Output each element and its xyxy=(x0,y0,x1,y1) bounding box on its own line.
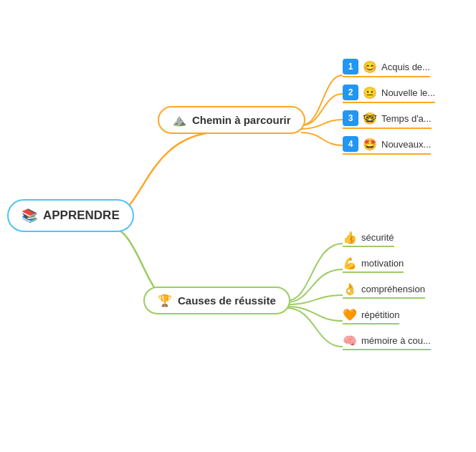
leaf-icon-3: 🤓 xyxy=(363,112,377,125)
leaf-repetition-text: répétition xyxy=(361,309,399,320)
central-label: APPRENDRE xyxy=(43,208,120,223)
leaf-text-2: Nouvelle le... xyxy=(381,87,435,98)
leaf-badge-3: 3 xyxy=(343,110,358,126)
mind-map: 📚 APPRENDRE ⛰️ Chemin à parcourir 🏆 Caus… xyxy=(0,0,476,452)
branch-chemin: ⛰️ Chemin à parcourir xyxy=(158,106,305,134)
leaf-securite-icon: 👍 xyxy=(343,231,357,244)
leaf-badge-1: 1 xyxy=(343,59,358,74)
leaf-orange-4: 4 🤩 Nouveaux... xyxy=(343,136,431,155)
leaf-comprehension: 👌 compréhension xyxy=(343,282,425,299)
leaf-repetition-icon: 🧡 xyxy=(343,308,357,322)
leaf-securite-text: sécurité xyxy=(361,232,394,243)
leaf-motivation-text: motivation xyxy=(361,258,404,269)
leaf-badge-4: 4 xyxy=(343,136,358,152)
leaf-memoire-text: mémoire à cou... xyxy=(361,335,431,346)
central-icon: 📚 xyxy=(22,208,37,223)
leaf-orange-2: 2 😐 Nouvelle le... xyxy=(343,85,435,103)
leaf-text-1: Acquis de... xyxy=(381,62,430,72)
leaf-icon-1: 😊 xyxy=(363,60,377,74)
leaf-icon-2: 😐 xyxy=(363,86,377,100)
leaf-icon-4: 🤩 xyxy=(363,138,377,151)
leaf-badge-2: 2 xyxy=(343,85,358,100)
branch-chemin-icon: ⛰️ xyxy=(172,113,186,127)
branch-causes-label: Causes de réussite xyxy=(178,294,276,307)
leaf-comprehension-text: compréhension xyxy=(361,284,425,294)
leaf-text-4: Nouveaux... xyxy=(381,139,431,150)
leaf-motivation: 💪 motivation xyxy=(343,256,404,273)
branch-chemin-label: Chemin à parcourir xyxy=(192,114,291,126)
leaf-repetition: 🧡 répétition xyxy=(343,308,399,324)
branch-causes: 🏆 Causes de réussite xyxy=(143,287,290,314)
leaf-memoire: 🧠 mémoire à cou... xyxy=(343,334,431,350)
leaf-orange-3: 3 🤓 Temps d'a... xyxy=(343,110,432,129)
leaf-text-3: Temps d'a... xyxy=(381,113,432,124)
central-node: 📚 APPRENDRE xyxy=(7,199,134,232)
leaf-comprehension-icon: 👌 xyxy=(343,282,357,296)
branch-causes-icon: 🏆 xyxy=(158,294,172,307)
leaf-memoire-icon: 🧠 xyxy=(343,334,357,347)
leaf-motivation-icon: 💪 xyxy=(343,256,357,270)
leaf-securite: 👍 sécurité xyxy=(343,231,394,247)
leaf-orange-1: 1 😊 Acquis de... xyxy=(343,59,430,77)
